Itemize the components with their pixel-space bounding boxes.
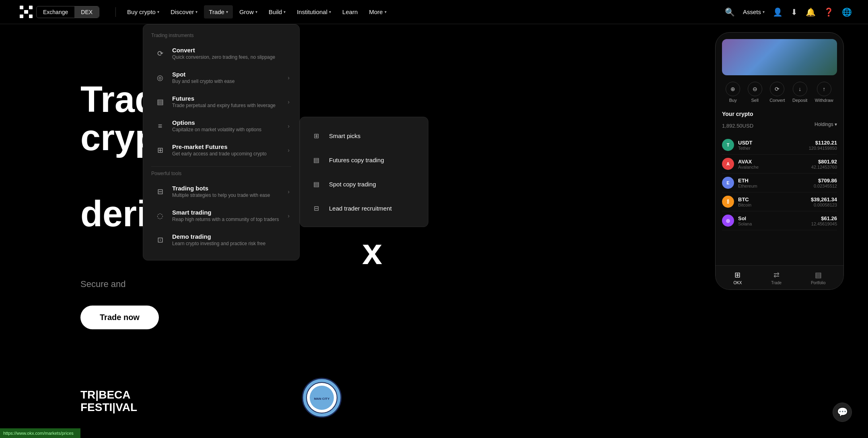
- dropdown-futures[interactable]: ▤ Futures Trade perpetual and expiry fut…: [145, 90, 298, 114]
- phone-nav-portfolio[interactable]: ▤ Portfolio: [811, 271, 826, 285]
- crypto-row-eth[interactable]: E ETH Ethereum $709.86 0.02345512: [722, 174, 837, 192]
- exchange-dex-toggle: Exchange DEX: [36, 6, 99, 18]
- chevron-right-icon: ›: [288, 213, 290, 219]
- chevron-down-icon: ▾: [195, 10, 197, 14]
- tribeca-logo: TR|BECA FESTI|VAL: [80, 389, 137, 414]
- chevron-down-icon: ▾: [284, 10, 286, 14]
- user-icon[interactable]: 👤: [773, 7, 783, 17]
- trade-dropdown: Trading instruments ⟳ Convert Quick conv…: [143, 24, 300, 260]
- sub-spot-copy-trading[interactable]: ▤ Spot copy trading: [300, 172, 428, 196]
- options-icon: ≡: [153, 119, 167, 133]
- phone-balance: 1,892.50USD Holdings ▾: [722, 119, 837, 130]
- withdraw-icon: ↑: [817, 82, 831, 96]
- dropdown-demo-trading[interactable]: ⊡ Demo trading Learn crypto investing an…: [145, 228, 298, 252]
- nav-institutional[interactable]: Institutional ▾: [292, 5, 336, 19]
- dropdown-smart-trading[interactable]: ◌ Smart trading Reap high returns with a…: [145, 204, 298, 228]
- chevron-down-icon: ▾: [329, 10, 331, 14]
- sub-smart-picks[interactable]: ⊞ Smart picks: [300, 124, 428, 148]
- avax-icon: A: [722, 158, 734, 170]
- lead-trader-icon: ⊟: [310, 202, 323, 215]
- phone-chart-arc: [722, 39, 837, 75]
- help-icon[interactable]: ❓: [824, 7, 834, 17]
- dropdown-trading-bots[interactable]: ⊟ Trading bots Multiple strategies to he…: [145, 180, 298, 204]
- dropdown-premarket[interactable]: ⊞ Pre-market Futures Get early access an…: [145, 138, 298, 162]
- trade-nav-icon: ⇄: [773, 271, 780, 279]
- nav-trade[interactable]: Trade ▾: [204, 5, 233, 19]
- demo-trading-icon: ⊡: [153, 233, 167, 247]
- dropdown-divider: [151, 166, 291, 167]
- nav-links: Buy crypto ▾ Discover ▾ Trade ▾ Grow ▾ B…: [122, 5, 725, 19]
- powerful-tools-label: Powerful tools: [143, 171, 299, 180]
- smart-picks-icon: ⊞: [310, 129, 323, 142]
- sub-futures-copy-trading[interactable]: ▤ Futures copy trading: [300, 148, 428, 172]
- smart-trading-submenu: ⊞ Smart picks ▤ Futures copy trading ▤ S…: [300, 117, 428, 227]
- dex-button[interactable]: DEX: [74, 6, 99, 18]
- nav-right: 🔍 Assets ▾ 👤 ⬇ 🔔 ❓ 🌐: [725, 7, 852, 17]
- okx-logo[interactable]: [16, 5, 36, 19]
- spot-icon: ◎: [153, 70, 167, 85]
- assets-button[interactable]: Assets ▾: [743, 8, 765, 15]
- nav-build[interactable]: Build ▾: [264, 5, 290, 19]
- spot-copy-icon: ▤: [310, 178, 323, 190]
- usdt-icon: T: [722, 139, 734, 151]
- phone-actions: ⊕ Buy ⊖ Sell ⟳ Convert ↓ Deposit ↑ Withd…: [722, 82, 837, 103]
- phone-nav-okx[interactable]: ⊞ OKX: [733, 271, 742, 285]
- phone-deposit-action[interactable]: ↓ Deposit: [792, 82, 807, 103]
- phone-bottom-nav: ⊞ OKX ⇄ Trade ▤ Portfolio: [716, 265, 843, 289]
- sell-icon: ⊖: [748, 82, 762, 96]
- globe-icon[interactable]: 🌐: [842, 7, 852, 17]
- chevron-down-icon: ▾: [255, 10, 257, 14]
- dropdown-options[interactable]: ≡ Options Capitalize on market volatilit…: [145, 114, 298, 138]
- phone-sell-action[interactable]: ⊖ Sell: [748, 82, 762, 103]
- crypto-row-btc[interactable]: ₿ BTC Bitcoin $39,261.34 0.00058123: [722, 192, 837, 211]
- chevron-down-icon: ▾: [226, 10, 228, 14]
- portfolio-nav-icon: ▤: [815, 271, 822, 279]
- convert-icon: ⟳: [770, 82, 784, 96]
- manchester-city-badge: MAN CITY: [302, 378, 342, 418]
- svg-text:MAN CITY: MAN CITY: [314, 397, 330, 401]
- bell-icon[interactable]: 🔔: [806, 7, 816, 17]
- okx-nav-icon: ⊞: [734, 271, 740, 279]
- chat-button[interactable]: 💬: [833, 403, 852, 422]
- nav-discover[interactable]: Discover ▾: [166, 5, 202, 19]
- nav-buy-crypto[interactable]: Buy crypto ▾: [122, 5, 164, 19]
- eth-icon: E: [722, 177, 734, 189]
- nav-learn[interactable]: Learn: [337, 5, 362, 19]
- phone-nav-trade[interactable]: ⇄ Trade: [771, 271, 782, 285]
- status-url: https://www.okx.com/markets/prices: [3, 431, 74, 436]
- btc-icon: ₿: [722, 196, 734, 208]
- download-icon[interactable]: ⬇: [791, 7, 798, 17]
- nav-more[interactable]: More ▾: [364, 5, 391, 19]
- trading-instruments-label: Trading instruments: [143, 33, 299, 41]
- sol-icon: ◎: [722, 215, 734, 227]
- phone-buy-action[interactable]: ⊕ Buy: [726, 82, 740, 103]
- search-icon[interactable]: 🔍: [725, 7, 735, 17]
- crypto-row-sol[interactable]: ◎ Sol Solana $61.26 12.45619045: [722, 211, 837, 230]
- chevron-down-icon: ▾: [385, 10, 387, 14]
- dropdown-convert[interactable]: ⟳ Convert Quick conversion, zero trading…: [145, 41, 298, 66]
- sub-lead-trader-recruitment[interactable]: ⊟ Lead trader recruitment: [300, 196, 428, 220]
- holdings-button[interactable]: Holdings ▾: [815, 122, 837, 127]
- phone-convert-action[interactable]: ⟳ Convert: [769, 82, 785, 103]
- chevron-right-icon: ›: [288, 147, 290, 153]
- premarket-icon: ⊞: [153, 143, 167, 157]
- chevron-down-icon: ▾: [157, 10, 159, 14]
- chat-icon: 💬: [837, 407, 848, 417]
- chevron-right-icon: ›: [288, 74, 290, 81]
- deposit-icon: ↓: [793, 82, 807, 96]
- exchange-button[interactable]: Exchange: [37, 6, 74, 18]
- dropdown-spot[interactable]: ◎ Spot Buy and sell crypto with ease ›: [145, 66, 298, 90]
- chevron-right-icon: ›: [288, 188, 290, 195]
- navbar: Exchange DEX Buy crypto ▾ Discover ▾ Tra…: [0, 0, 868, 24]
- crypto-row-avax[interactable]: A AVAX Avalanche $801.92 42.12453760: [722, 155, 837, 174]
- nav-divider: [115, 7, 116, 17]
- futures-icon: ▤: [153, 95, 167, 109]
- crypto-list: T USDT Tether $1120.21 120.94159850 A AV…: [722, 136, 837, 230]
- hero-sub: Secure and: [80, 279, 382, 289]
- nav-grow[interactable]: Grow ▾: [234, 5, 262, 19]
- crypto-row-usdt[interactable]: T USDT Tether $1120.21 120.94159850: [722, 136, 837, 155]
- phone-withdraw-action[interactable]: ↑ Withdraw: [815, 82, 833, 103]
- trade-now-button[interactable]: Trade now: [80, 306, 159, 329]
- status-bar: https://www.okx.com/markets/prices: [0, 428, 80, 438]
- chevron-down-icon: ▾: [763, 10, 765, 14]
